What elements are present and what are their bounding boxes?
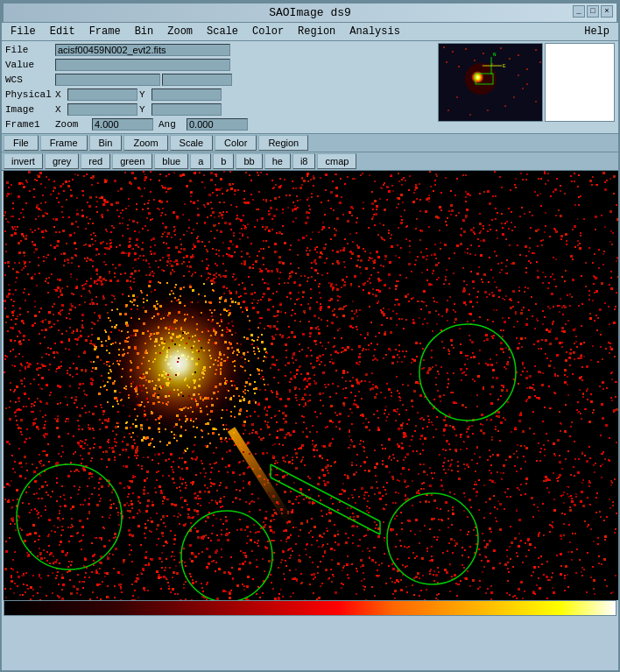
zoom-label: Zoom — [55, 119, 90, 130]
menu-frame[interactable]: Frame — [84, 25, 126, 39]
thumbnail-white-panel — [545, 43, 615, 122]
tb-scale-button[interactable]: Scale — [170, 135, 214, 151]
svg-point-15 — [465, 63, 497, 95]
menu-zoom[interactable]: Zoom — [162, 25, 198, 39]
svg-text:E: E — [503, 63, 506, 69]
file-row: File — [5, 43, 434, 57]
tb-frame-button[interactable]: Frame — [40, 135, 88, 151]
info-panel: File Value WCS Physical X — [2, 41, 618, 134]
svg-rect-3 — [465, 48, 467, 50]
toolbar2: invert grey red green blue a b bb he i8 … — [2, 152, 618, 171]
svg-rect-25 — [504, 105, 506, 107]
menu-region[interactable]: Region — [292, 25, 341, 39]
image-y-label: Y — [139, 104, 150, 115]
wcs-input2[interactable] — [162, 74, 232, 86]
svg-rect-7 — [535, 49, 537, 51]
colormap-red-button[interactable]: red — [81, 153, 110, 169]
svg-rect-21 — [518, 74, 519, 76]
file-input[interactable] — [55, 44, 230, 56]
maximize-button[interactable]: □ — [587, 5, 599, 18]
window-title: SAOImage ds9 — [269, 6, 351, 19]
image-x-label: X — [55, 104, 66, 115]
svg-rect-22 — [522, 88, 524, 89]
toolbar1: File Frame Bin Zoom Scale Color Region — [2, 134, 618, 152]
zoom-input[interactable] — [92, 118, 153, 131]
colormap-grey-button[interactable]: grey — [45, 153, 79, 169]
physical-label: Physical — [5, 89, 53, 100]
colormap-bb-button[interactable]: bb — [236, 153, 262, 169]
svg-rect-27 — [456, 96, 458, 98]
svg-text:N: N — [493, 52, 497, 58]
svg-rect-26 — [535, 101, 537, 103]
frame1-row: Frame1 Zoom Ang — [5, 117, 434, 131]
physical-row: Physical X Y — [5, 88, 434, 102]
svg-rect-8 — [446, 61, 447, 63]
physical-y-input[interactable] — [151, 88, 222, 101]
svg-rect-12 — [509, 58, 511, 60]
menu-bar: File Edit Frame Bin Zoom Scale Color Reg… — [2, 23, 618, 41]
image-row: Image X Y — [5, 103, 434, 117]
menu-color[interactable]: Color — [247, 25, 289, 39]
physical-x-label: X — [55, 89, 66, 100]
thumbnail-image: N E — [438, 43, 543, 122]
info-left: File Value WCS Physical X — [5, 43, 434, 131]
svg-rect-24 — [513, 96, 515, 98]
ang-label: Ang — [159, 119, 185, 130]
svg-rect-4 — [483, 53, 484, 54]
colormap-invert-button[interactable]: invert — [4, 153, 43, 169]
svg-rect-23 — [526, 83, 528, 85]
tb-file-button[interactable]: File — [4, 135, 39, 151]
colormap-blue-button[interactable]: blue — [154, 153, 188, 169]
svg-rect-13 — [526, 68, 528, 70]
colormap-he-button[interactable]: he — [264, 153, 291, 169]
tb-zoom-button[interactable]: Zoom — [123, 135, 167, 151]
svg-rect-6 — [518, 54, 519, 56]
colormap-b-button[interactable]: b — [213, 153, 234, 169]
menu-file[interactable]: File — [5, 25, 41, 39]
image-label: Image — [5, 104, 53, 115]
menu-scale[interactable]: Scale — [201, 25, 243, 39]
menu-edit[interactable]: Edit — [45, 25, 81, 39]
colormap-i8-button[interactable]: i8 — [292, 153, 316, 169]
value-input[interactable] — [55, 59, 230, 71]
file-label: File — [5, 45, 53, 55]
colormap-green-button[interactable]: green — [112, 153, 152, 169]
main-image-area[interactable] — [4, 171, 620, 600]
physical-x-input[interactable] — [67, 88, 137, 101]
wcs-label: WCS — [5, 74, 53, 85]
wcs-row: WCS — [5, 73, 434, 87]
svg-rect-9 — [458, 66, 460, 67]
astronomical-image-canvas — [4, 171, 620, 600]
physical-y-label: Y — [139, 89, 150, 100]
ang-input[interactable] — [187, 118, 248, 131]
svg-rect-30 — [487, 110, 489, 111]
tb-bin-button[interactable]: Bin — [89, 135, 123, 151]
svg-rect-10 — [474, 60, 476, 61]
thumbnail-area: N E — [438, 43, 615, 131]
thumbnail-svg: N E — [439, 44, 543, 122]
minimize-button[interactable]: _ — [573, 5, 585, 18]
tb-color-button[interactable]: Color — [215, 135, 257, 151]
svg-rect-5 — [500, 47, 502, 49]
image-y-input[interactable] — [151, 103, 222, 116]
wcs-input1[interactable] — [55, 74, 160, 86]
main-window: SAOImage ds9 _ □ × File Edit Frame Bin Z… — [0, 0, 620, 672]
menu-analysis[interactable]: Analysis — [344, 25, 405, 39]
frame1-label: Frame1 — [5, 119, 53, 130]
value-row: Value — [5, 58, 434, 72]
close-button[interactable]: × — [601, 5, 613, 18]
value-label: Value — [5, 60, 53, 70]
svg-rect-1 — [443, 46, 445, 48]
svg-rect-29 — [469, 114, 471, 116]
tb-region-button[interactable]: Region — [258, 135, 308, 151]
image-x-input[interactable] — [67, 103, 137, 116]
colormap-a-button[interactable]: a — [190, 153, 211, 169]
colormap-cmap-button[interactable]: cmap — [317, 153, 356, 169]
menu-help[interactable]: Help — [579, 25, 615, 39]
svg-rect-14 — [539, 61, 541, 63]
svg-rect-2 — [452, 51, 454, 53]
menu-bin[interactable]: Bin — [130, 25, 159, 39]
svg-rect-28 — [447, 110, 449, 111]
colorbar — [4, 600, 616, 616]
title-bar: SAOImage ds9 _ □ × — [2, 2, 618, 23]
